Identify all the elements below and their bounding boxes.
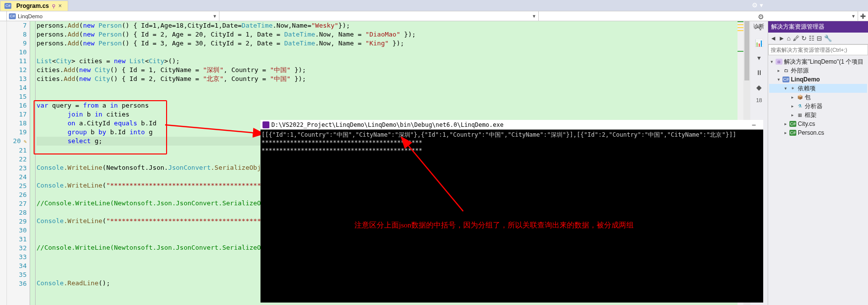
split-view-button[interactable]: ✚	[858, 11, 868, 21]
chevron-down-icon: ▼	[213, 14, 217, 19]
filter-icon[interactable]: ☷	[809, 35, 815, 42]
console-line: ****************************************…	[261, 139, 762, 147]
solution-tree[interactable]: ▾⧈解决方案"LinqDemo"(1 个项目 ▸🗀外部源 ▾C#LinqDemo…	[768, 55, 868, 139]
type-dropdown[interactable]: ▼	[219, 11, 539, 21]
tab-settings-icon[interactable]: ⚙ ▾	[752, 1, 763, 9]
folder-icon: 🗀	[782, 68, 789, 74]
solution-explorer-title[interactable]: 解决方案资源管理器	[768, 21, 868, 33]
code-line[interactable]	[37, 92, 738, 101]
solution-node[interactable]: ▾⧈解决方案"LinqDemo"(1 个项目	[769, 57, 867, 66]
solution-icon: ⧈	[776, 59, 782, 65]
namespace-label: LinqDemo	[18, 13, 43, 19]
console-output[interactable]: [[{"Id":1,"Country":"中国","CityName":"深圳"…	[260, 130, 763, 155]
outline-gutter[interactable]	[30, 21, 36, 305]
code-line[interactable]: join b in cities	[37, 110, 738, 119]
csharp-project-icon: C#	[782, 76, 789, 82]
file-node-person[interactable]: ▸C#Person.cs	[769, 128, 867, 137]
packages-node[interactable]: ▸📦包	[769, 93, 867, 102]
sync-icon[interactable]: 🖉	[793, 35, 799, 42]
console-window[interactable]: D:\VS2022_Project\LinqDemo\LinqDemo\bin\…	[260, 120, 763, 303]
package-icon: 📦	[796, 94, 803, 100]
chevron-down-icon[interactable]: ▾	[754, 53, 764, 63]
breakpoint-gutter[interactable]	[0, 21, 7, 305]
editor-settings-icon[interactable]: ⚙	[758, 13, 764, 21]
csharp-file-icon: C#	[789, 130, 796, 136]
csharp-file-icon: C#	[4, 3, 11, 9]
chevron-down-icon: ▼	[532, 14, 536, 19]
pin-icon[interactable]: ⚲	[52, 3, 55, 9]
project-node[interactable]: ▾C#LinqDemo	[769, 75, 867, 84]
solution-explorer: 解决方案资源管理器 ◄ ► ⌂ 🖉 ↻ ☷ ⊟ 🔧 ▾⧈解决方案"LinqDem…	[768, 21, 868, 305]
code-line[interactable]: persons.Add(new Person() { Id = 3, Age =…	[37, 39, 738, 48]
code-line[interactable]	[37, 48, 738, 57]
solution-explorer-toolbar: ◄ ► ⌂ 🖉 ↻ ☷ ⊟ 🔧	[768, 33, 868, 44]
code-line[interactable]: persons.Add(new Person() { Id = 2, Age =…	[37, 30, 738, 39]
home-icon[interactable]: ⌂	[787, 35, 791, 42]
annotation-text: 注意区分上面json数据的中括号，因为分组了，所以关联查询出来的数据，被分成两组	[354, 221, 634, 229]
console-icon	[262, 121, 269, 128]
analyzers-node[interactable]: ▸⚗分析器	[769, 102, 867, 111]
code-line[interactable]	[37, 83, 738, 92]
code-line[interactable]: var query = from a in persons	[37, 101, 738, 110]
diagnostics-tab-label[interactable]: 诊断	[753, 23, 764, 30]
code-line[interactable]: persons.Add(new Person() { Id=1,Age=18,C…	[37, 21, 738, 30]
solution-search[interactable]	[768, 44, 868, 55]
line-number-gutter: 7891011121314151617181920✎21222324252627…	[7, 21, 30, 305]
file-tab-label: Program.cs	[16, 2, 49, 9]
back-icon[interactable]: ◄	[770, 35, 777, 42]
console-title-text: D:\VS2022_Project\LinqDemo\LinqDemo\bin\…	[271, 121, 504, 129]
namespace-dropdown[interactable]: C# LinqDemo ▼	[7, 11, 219, 21]
pause-icon[interactable]: ⏸	[754, 68, 764, 77]
code-line[interactable]: cities.Add(new City() { Id = 2, CityName…	[37, 75, 738, 83]
collapse-icon[interactable]: ⊟	[817, 35, 822, 42]
member-dropdown[interactable]: ▼	[539, 11, 858, 21]
analyzer-icon: ⚗	[796, 103, 803, 109]
record-icon[interactable]: ◆	[754, 82, 764, 92]
code-line[interactable]: cities.Add(new City() { Id = 1, CityName…	[37, 66, 738, 75]
chevron-down-icon: ▼	[851, 14, 856, 19]
line-indicator: 18	[756, 97, 762, 103]
dependencies-icon: ✶	[789, 85, 796, 91]
refresh-icon[interactable]: ↻	[801, 35, 807, 42]
framework-icon: ▦	[796, 112, 803, 118]
solution-search-input[interactable]	[768, 44, 868, 55]
properties-icon[interactable]: 🔧	[824, 35, 832, 42]
dependencies-node[interactable]: ▾✶依赖项	[769, 84, 867, 93]
file-tab-program[interactable]: C# Program.cs ⚲ ×	[0, 0, 68, 11]
csharp-file-icon: C#	[789, 121, 796, 127]
file-node-city[interactable]: ▸C#City.cs	[769, 119, 867, 128]
forward-icon[interactable]: ►	[779, 35, 785, 42]
code-line[interactable]: List<City> cities = new List<City>();	[37, 57, 738, 66]
console-titlebar[interactable]: D:\VS2022_Project\LinqDemo\LinqDemo\bin\…	[260, 120, 763, 130]
external-sources-node[interactable]: ▸🗀外部源	[769, 66, 867, 75]
minimize-button[interactable]: —	[746, 121, 761, 129]
document-tab-bar: C# Program.cs ⚲ × ⚙ ▾	[0, 0, 868, 11]
chart-icon[interactable]: 📊	[754, 38, 764, 48]
console-line: [[{"Id":1,"Country":"中国","CityName":"深圳"…	[261, 131, 762, 139]
csharp-namespace-icon: C#	[9, 13, 16, 19]
context-navigator: C# LinqDemo ▼ ▼ ▼ ✚	[0, 11, 868, 21]
close-tab-icon[interactable]: ×	[58, 2, 62, 9]
console-line: ****************************************…	[261, 147, 762, 154]
frameworks-node[interactable]: ▸▦框架	[769, 111, 867, 119]
